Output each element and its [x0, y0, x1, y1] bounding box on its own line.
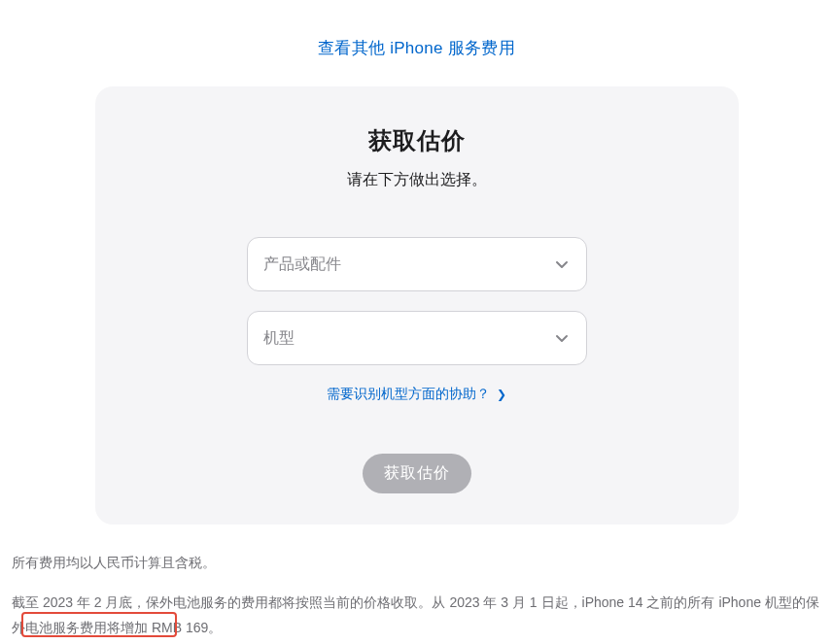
chevron-down-icon: [555, 331, 569, 345]
chevron-down-icon: [555, 257, 569, 271]
footer-text: 所有费用均以人民币计算且含税。 截至 2023 年 2 月底，保外电池服务的费用…: [12, 550, 825, 641]
footer-note-price-change: 截至 2023 年 2 月底，保外电池服务的费用都将按照当前的价格收取。从 20…: [12, 590, 825, 641]
product-select[interactable]: 产品或配件: [247, 237, 587, 291]
model-select[interactable]: 机型: [247, 311, 587, 365]
card-title: 获取估价: [124, 125, 710, 156]
top-link-container: 查看其他 iPhone 服务费用: [0, 0, 833, 77]
card-subtitle: 请在下方做出选择。: [124, 170, 710, 190]
chevron-right-icon: ❯: [497, 388, 506, 401]
footer-note-currency: 所有费用均以人民币计算且含税。: [12, 550, 825, 576]
help-link-container: 需要识别机型方面的协助？ ❯: [124, 385, 710, 403]
estimate-card: 获取估价 请在下方做出选择。 产品或配件 机型 需要识别机型方面的协助？ ❯: [95, 86, 739, 525]
footer-note-price-change-wrap: 截至 2023 年 2 月底，保外电池服务的费用都将按照当前的价格收取。从 20…: [12, 590, 825, 641]
product-select-wrapper: 产品或配件: [247, 237, 587, 291]
model-select-wrapper: 机型: [247, 311, 587, 365]
product-select-placeholder: 产品或配件: [263, 254, 341, 275]
other-services-link[interactable]: 查看其他 iPhone 服务费用: [318, 39, 515, 57]
help-link-label: 需要识别机型方面的协助？: [327, 386, 490, 401]
get-estimate-button[interactable]: 获取估价: [363, 454, 471, 493]
identify-model-help-link[interactable]: 需要识别机型方面的协助？ ❯: [327, 386, 507, 401]
model-select-placeholder: 机型: [263, 328, 295, 349]
